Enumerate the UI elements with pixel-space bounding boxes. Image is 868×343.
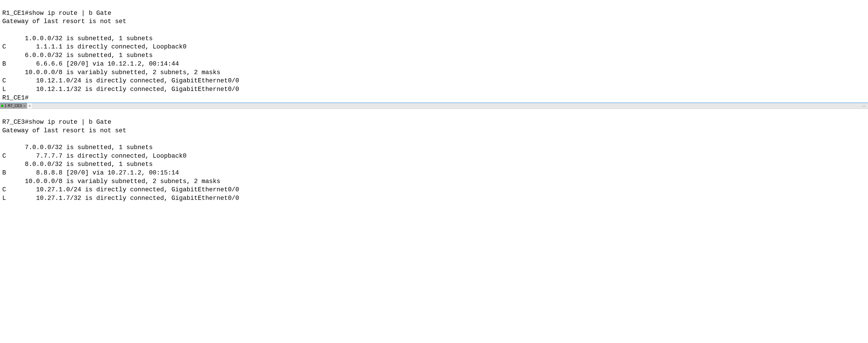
terminal-line: 6.0.0.0/32 is subnetted, 1 subnets	[2, 52, 153, 59]
terminal-line: C 7.7.7.7 is directly connected, Loopbac…	[2, 152, 187, 160]
terminal-line: Gateway of last resort is not set	[2, 18, 126, 25]
add-tab-button[interactable]: +	[27, 103, 33, 109]
terminal-line: L 10.27.1.7/32 is directly connected, Gi…	[2, 195, 239, 202]
terminal-pane-1[interactable]: R1_CE1#show ip route | b Gate Gateway of…	[0, 0, 868, 103]
tab-number: 1	[5, 103, 6, 108]
status-dot-icon	[1, 105, 3, 107]
terminal-line: C 1.1.1.1 is directly connected, Loopbac…	[2, 43, 187, 51]
terminal-line: B 8.8.8.8 [20/0] via 10.27.1.2, 00:15:14	[2, 169, 179, 176]
terminal-line: C 10.12.1.0/24 is directly connected, Gi…	[2, 77, 239, 84]
terminal-line: R1_CE1#show ip route | b Gate	[2, 10, 111, 17]
terminal-line: 1.0.0.0/32 is subnetted, 1 subnets	[2, 35, 153, 42]
plus-icon: +	[29, 103, 31, 109]
terminal-line: R1_CE1#	[2, 94, 29, 102]
terminal-line: C 10.27.1.0/24 is directly connected, Gi…	[2, 186, 239, 193]
terminal-line: 10.0.0.0/8 is variably subnetted, 2 subn…	[2, 69, 220, 76]
terminal-pane-2[interactable]: R7_CE3#show ip route | b Gate Gateway of…	[0, 109, 868, 203]
tab-r7-ce3[interactable]: 1 R7_CE3 ×	[0, 103, 27, 109]
terminal-line: 8.0.0.0/32 is subnetted, 1 subnets	[2, 161, 153, 168]
tab-bar: 1 R7_CE3 × + ◂ ▸	[0, 103, 868, 109]
tab-label: R7_CE3	[8, 103, 22, 108]
terminal-line: Gateway of last resort is not set	[2, 127, 126, 134]
arrows-icon: ◂ ▸	[862, 104, 866, 108]
tab-scroll-arrows[interactable]: ◂ ▸	[862, 104, 868, 108]
terminal-line: 10.0.0.0/8 is variably subnetted, 2 subn…	[2, 178, 220, 185]
terminal-line: R7_CE3#show ip route | b Gate	[2, 119, 111, 126]
close-icon[interactable]: ×	[23, 104, 25, 108]
terminal-line: L 10.12.1.1/32 is directly connected, Gi…	[2, 86, 239, 93]
terminal-line: 7.0.0.0/32 is subnetted, 1 subnets	[2, 144, 153, 151]
terminal-line: B 6.6.6.6 [20/0] via 10.12.1.2, 00:14:44	[2, 60, 179, 67]
